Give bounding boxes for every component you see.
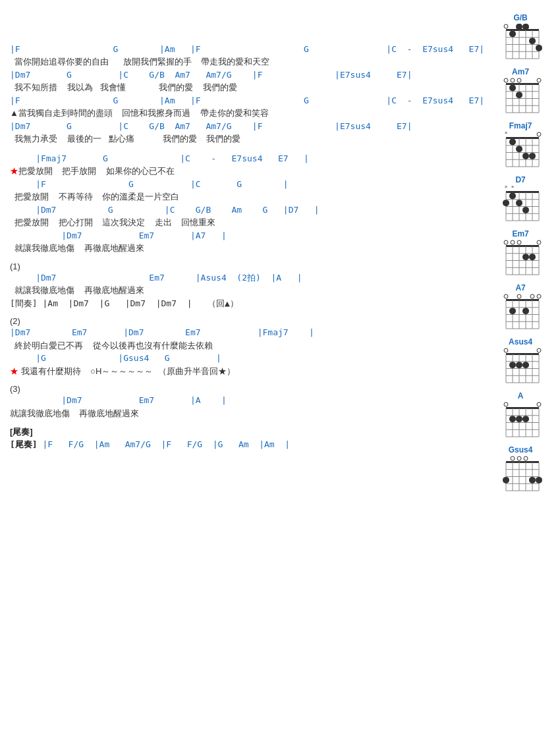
svg-rect-100 [506, 191, 539, 193]
lyric-line: ★ 我還有什麼期待 ○H～～～～～～ （原曲升半音回★） [10, 365, 484, 378]
lyric-line: ▲當我獨自走到時間的盡頭 回憶和我擦身而過 帶走你的愛和笑容 [10, 107, 484, 120]
chord-box-e7sus4: E7sus4 [553, 337, 560, 386]
svg-point-80 [516, 146, 522, 152]
lyric-line: ★把愛放開 把手放開 如果你的心已不在 [10, 165, 484, 178]
svg-point-148 [522, 254, 529, 260]
svg-point-246 [537, 402, 541, 406]
chord-line: |Dm7 Em7 |Asus4 (2拍) |A | [10, 271, 484, 285]
svg-point-147 [537, 240, 541, 244]
chord-box-g: G [553, 229, 560, 278]
svg-point-146 [517, 240, 521, 244]
svg-text:×: × [511, 186, 515, 190]
chord-box-am7: Am7 [491, 67, 550, 116]
svg-point-78 [537, 132, 541, 136]
section2: (2)|Dm7 Em7 |Dm7 Em7 |Fmaj7 | 終於明白愛已不再 從… [10, 316, 484, 377]
svg-point-79 [509, 138, 516, 145]
svg-point-247 [509, 416, 516, 422]
svg-point-182 [509, 308, 516, 314]
chord-box-em7: Em7 [491, 229, 550, 278]
svg-point-215 [516, 362, 522, 368]
svg-point-114 [509, 192, 516, 199]
svg-rect-133 [506, 245, 539, 247]
chord-line: |Fmaj7 G |C - E7sus4 E7 | [10, 152, 484, 165]
chord-box-am: Am [553, 121, 560, 170]
chord-name: G/B [513, 13, 527, 22]
svg-point-245 [504, 402, 508, 406]
svg-point-81 [522, 153, 529, 159]
svg-point-213 [537, 348, 541, 352]
svg-text:×: × [505, 132, 508, 136]
chord-line: |Dm7 G |C G/B Am7 Am7/G |F |E7sus4 E7| [10, 69, 484, 82]
chord-name: Em7 [512, 229, 528, 238]
svg-rect-267 [506, 461, 539, 463]
chord-line: |Dm7 Em7 |Dm7 Em7 |Fmaj7 | [10, 326, 484, 339]
svg-rect-167 [506, 299, 539, 301]
outro-chords: [尾奏] |F F/G |Am Am7/G |F F/G |G Am |Am | [10, 438, 484, 451]
svg-point-212 [504, 348, 508, 352]
section1: (1) |Dm7 Em7 |Asus4 (2拍) |A | 就讓我徹底地傷 再徹… [10, 261, 484, 310]
svg-point-16 [536, 45, 542, 51]
chord-grid: G/BFAm7F/G×Fmaj7×AmD7××Am7/GEm7GA7C×Asus… [491, 13, 560, 494]
svg-point-13 [516, 24, 522, 30]
svg-point-44 [511, 78, 515, 82]
svg-point-280 [524, 456, 528, 460]
lyric-line: 就讓我徹底地傷 再徹底地醒過來 [10, 407, 484, 420]
chord-name: Gsus4 [509, 445, 533, 454]
svg-point-178 [504, 294, 508, 298]
chord-line: |Dm7 Em7 |A7 | [10, 229, 484, 242]
chorus-section: |Fmaj7 G |C - E7sus4 E7 |★把愛放開 把手放開 如果你的… [10, 152, 484, 255]
main-content: |F G |Am |F G |C - E7sus4 E7| 當你開始追尋你要的自… [10, 13, 491, 494]
svg-rect-0 [506, 29, 539, 31]
lyric-line: 把愛放開 把心打開 這次我決定 走出 回憶重來 [10, 216, 484, 229]
svg-rect-66 [506, 137, 539, 139]
section3-label: (3) [10, 384, 484, 394]
svg-point-113 [503, 200, 509, 206]
chord-name: A [518, 391, 524, 400]
svg-rect-234 [506, 407, 539, 409]
chord-box-a7: A7 [491, 283, 550, 332]
chord-line: |F G |C G | [10, 178, 484, 191]
svg-point-115 [516, 200, 522, 206]
svg-point-116 [522, 207, 529, 213]
outro-label: [尾奏] [10, 426, 484, 438]
section3: (3) |Dm7 Em7 |A |就讓我徹底地傷 再徹底地醒過來 [10, 384, 484, 420]
svg-point-45 [517, 78, 521, 82]
svg-point-48 [516, 92, 522, 98]
chord-line: |Dm7 G |C G/B Am G |D7 | [10, 204, 484, 217]
svg-point-180 [530, 294, 534, 298]
svg-rect-32 [506, 83, 539, 85]
svg-point-149 [529, 254, 536, 260]
lyric-line: 就讓我徹底地傷 再徹底地醒過來 [10, 284, 484, 297]
chord-box-am7_g: Am7/G [553, 175, 560, 224]
header-area [10, 13, 484, 16]
chord-name: Am7 [512, 67, 529, 76]
song-title [10, 13, 379, 16]
lyric-line: 終於明白愛已不再 從今以後再也沒有什麼能去依賴 [10, 339, 484, 352]
svg-point-15 [529, 38, 536, 44]
svg-point-11 [504, 24, 508, 28]
svg-point-214 [509, 362, 516, 368]
svg-point-281 [503, 477, 509, 483]
prelude-section [10, 23, 484, 36]
svg-point-248 [516, 416, 522, 422]
lyric-line: 把愛放開 不再等待 你的溫柔是一片空白 [10, 190, 484, 204]
chord-name: D7 [515, 175, 525, 184]
lyric-line: 當你開始追尋你要的自由 放開我們緊握的手 帶走我的愛和天空 [10, 55, 484, 69]
svg-point-47 [509, 84, 516, 91]
svg-point-283 [536, 477, 542, 483]
svg-point-46 [537, 78, 541, 82]
lyric-line: 我無力承受 最後的一 點心痛 我們的愛 我們的愛 [10, 132, 484, 146]
chord-name: Fmaj7 [509, 121, 532, 130]
chord-line: |Dm7 G |C G/B Am7 Am7/G |F |E7sus4 E7| [10, 120, 484, 133]
svg-point-145 [511, 240, 515, 244]
chord-box-f_g: F/G× [553, 67, 560, 116]
chord-box-gsus4: Gsus4 [491, 445, 550, 494]
svg-point-216 [522, 362, 529, 368]
svg-point-278 [511, 456, 515, 460]
chord-box-f: F [553, 13, 560, 62]
chord-box-asus4: Asus4 [491, 337, 550, 386]
chord-box-g_b: G/B [491, 13, 550, 62]
svg-rect-201 [506, 353, 539, 355]
chord-box-c: C× [553, 283, 560, 332]
svg-text:×: × [505, 186, 508, 190]
